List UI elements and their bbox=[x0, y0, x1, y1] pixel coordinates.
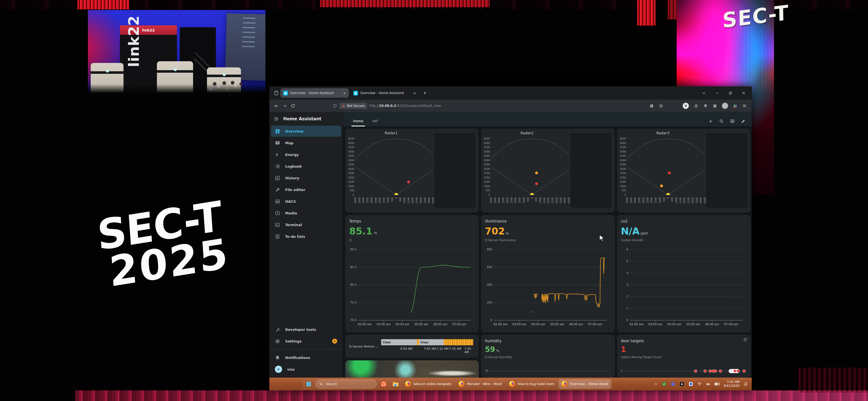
edit-pencil-icon[interactable] bbox=[741, 119, 746, 124]
sidebar-item-logbook[interactable]: Logbook bbox=[271, 161, 341, 172]
radar3-card[interactable]: Radar3 500045004000350030002500200015001… bbox=[617, 128, 751, 213]
sidebar-item-history[interactable]: History bbox=[271, 172, 341, 183]
sidebar-item-media[interactable]: Media bbox=[271, 207, 341, 219]
svg-text:2000: 2000 bbox=[484, 176, 490, 179]
svg-text:06:00 am: 06:00 am bbox=[705, 322, 719, 326]
humidity-card[interactable]: humidity 59% Q Sensor Humidity 75 bbox=[481, 335, 615, 378]
tab-list-chevron-icon[interactable] bbox=[702, 91, 706, 95]
notification-bell-icon[interactable] bbox=[743, 382, 748, 386]
tray-app2-icon[interactable] bbox=[671, 381, 676, 386]
minimize-icon[interactable] bbox=[715, 91, 719, 95]
sect-2025-graffiti: SEC-T 2025 bbox=[96, 196, 230, 293]
co2-card[interactable]: co2 N/Appm Carbon Dioxide 012345602:00 a… bbox=[617, 215, 751, 333]
temps-card[interactable]: Temps 85.1°F Q 70.075.080.085.090.002:00… bbox=[345, 215, 479, 333]
door-targets-card[interactable]: door targets 1 radar1 Moving Target Coun… bbox=[617, 335, 751, 378]
svg-text:0: 0 bbox=[626, 319, 628, 322]
extension-grid-icon[interactable] bbox=[713, 104, 717, 108]
taskbar-search[interactable] bbox=[315, 379, 377, 389]
illuminance-card[interactable]: Illuminance 702lx Q Sensor Illuminance 0… bbox=[481, 215, 615, 333]
url-bar[interactable]: Not Secure http://10.69.0.2:8123/lovelac… bbox=[333, 103, 650, 109]
tray-lock-icon[interactable] bbox=[679, 381, 684, 386]
not-secure-chip[interactable]: Not Secure bbox=[339, 103, 367, 109]
tab-close-icon[interactable]: × bbox=[343, 91, 346, 95]
firefox-icon bbox=[405, 381, 411, 387]
svg-text:-4000: -4000 bbox=[564, 197, 566, 204]
taskbar-clock[interactable]: 7:41 AM 9/11/2025 bbox=[724, 380, 740, 388]
tray-app3-icon[interactable] bbox=[688, 381, 693, 386]
sidebar-item-settings[interactable]: Settings 1 bbox=[271, 336, 341, 347]
refresh-icon[interactable] bbox=[743, 338, 747, 342]
tray-chevron-icon[interactable] bbox=[654, 382, 658, 386]
shared-desktop: Overview – Home Assistant × Overview – H… bbox=[269, 86, 752, 391]
menu-icon[interactable] bbox=[742, 104, 747, 108]
volume-icon[interactable] bbox=[706, 382, 711, 386]
taskbar-button-label: Overview – Home Assist bbox=[570, 382, 608, 386]
svg-text:6000: 6000 bbox=[620, 142, 626, 145]
file-explorer-icon[interactable] bbox=[391, 379, 400, 389]
taskbar-button-4[interactable]: Overview – Home Assist bbox=[559, 379, 611, 389]
sidebar-item-developer-tools[interactable]: Developer tools bbox=[271, 324, 341, 335]
camera-card[interactable] bbox=[345, 360, 479, 378]
sidebar-item-energy[interactable]: Energy bbox=[271, 149, 341, 160]
svg-text:5000: 5000 bbox=[484, 150, 490, 153]
svg-text:4500: 4500 bbox=[494, 197, 497, 203]
sidebar-menu-icon[interactable] bbox=[274, 116, 279, 121]
tray-app1-icon[interactable] bbox=[661, 381, 666, 386]
tab-home[interactable]: Home bbox=[349, 116, 368, 126]
sidebar-item-map[interactable]: Map bbox=[271, 137, 341, 148]
assist-chat-icon[interactable] bbox=[730, 119, 735, 124]
taskbar-button-2[interactable]: Monster · Wire – Mozil bbox=[456, 379, 505, 389]
taskbar-button-label: Monster · Wire – Mozil bbox=[467, 382, 502, 386]
co2-unit: ppm bbox=[641, 231, 648, 235]
tab-close-icon[interactable]: × bbox=[413, 91, 416, 95]
extensions-puzzle-icon[interactable] bbox=[733, 104, 737, 108]
browser-tab-1[interactable]: Overview – Home Assistant × bbox=[280, 88, 349, 98]
extension-shield-icon[interactable] bbox=[703, 104, 708, 108]
svg-text:3500: 3500 bbox=[620, 163, 626, 166]
extension-v-icon[interactable]: V bbox=[683, 103, 689, 109]
bookmark-star-icon[interactable] bbox=[659, 104, 663, 108]
sidebar-item-file-editor[interactable]: File editor bbox=[271, 184, 341, 195]
sidebar-item-todo[interactable]: To-do lists bbox=[271, 231, 341, 242]
avatar: v bbox=[275, 366, 282, 373]
tracking-shield-icon[interactable] bbox=[333, 104, 337, 108]
sidebar-item-user[interactable]: v viss bbox=[271, 364, 341, 375]
motion-bar[interactable]: ClearClear bbox=[381, 339, 473, 345]
close-window-icon[interactable] bbox=[742, 91, 746, 95]
svg-text:3000: 3000 bbox=[370, 197, 373, 203]
svg-text:0: 0 bbox=[624, 194, 626, 196]
svg-text:4: 4 bbox=[626, 271, 628, 275]
radar1-card[interactable]: Radar1 500045004000350030002500200015001… bbox=[345, 128, 479, 213]
svg-text:1500: 1500 bbox=[382, 197, 385, 203]
sidebar-item-overview[interactable]: Overview bbox=[271, 125, 341, 137]
extension-share-icon[interactable] bbox=[694, 104, 698, 108]
wifi-icon[interactable] bbox=[697, 382, 702, 386]
search-icon[interactable] bbox=[719, 119, 724, 124]
reload-icon[interactable] bbox=[289, 102, 297, 110]
svg-text:03:00 am: 03:00 am bbox=[513, 322, 526, 326]
radar2-card[interactable]: Radar2 500045004000350030002500200015001… bbox=[481, 128, 615, 213]
back-icon[interactable] bbox=[272, 102, 280, 110]
browser-tab-2[interactable]: Overview – Home Assistant × bbox=[350, 88, 419, 98]
new-tab-icon[interactable] bbox=[421, 89, 429, 97]
forward-icon[interactable] bbox=[280, 102, 289, 110]
sidebar-item-terminal[interactable]: Terminal bbox=[271, 219, 341, 230]
restore-icon[interactable] bbox=[728, 91, 732, 95]
extension-circle-icon[interactable] bbox=[722, 103, 728, 109]
add-icon[interactable] bbox=[708, 119, 713, 124]
door-target-dot bbox=[714, 370, 717, 373]
sidebar-item-notifications[interactable]: Notifications bbox=[271, 352, 341, 363]
ha-sidebar: Home Assistant Overview Map Energy Logbo… bbox=[269, 112, 343, 378]
tab-grid-icon[interactable] bbox=[650, 104, 654, 108]
sidebar-item-hacs[interactable]: HACS bbox=[271, 196, 341, 207]
ubuntu-app-icon[interactable] bbox=[379, 379, 389, 389]
search-input[interactable] bbox=[325, 382, 368, 386]
tab-wtf[interactable]: wtf bbox=[368, 116, 382, 126]
firefox-view-icon[interactable] bbox=[272, 89, 280, 97]
battery-icon[interactable] bbox=[714, 382, 720, 386]
taskbar-button-1[interactable]: labscon slides template bbox=[402, 379, 454, 389]
taskbar-button-3[interactable]: How to bug hotel room bbox=[506, 379, 557, 389]
sidebar-item-label: Logbook bbox=[285, 164, 302, 169]
start-button[interactable] bbox=[304, 379, 313, 389]
motion-card[interactable]: Q Sensor Motion ... ClearClear 6:50 AM7:… bbox=[345, 335, 479, 358]
